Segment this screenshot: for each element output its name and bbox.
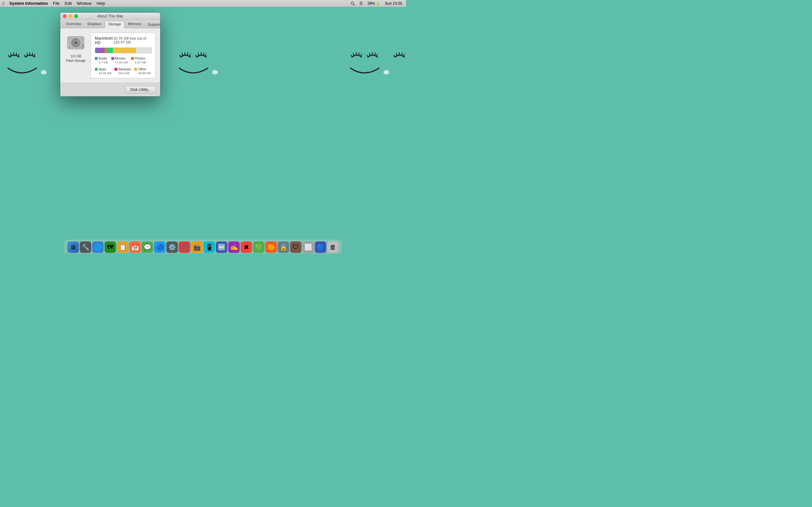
legend-swatch-movies [111,57,114,60]
svg-line-46 [375,53,375,55]
legend-label-audio: Audio [99,56,107,60]
svg-line-38 [351,55,352,57]
dock-icon-15[interactable]: ✖ [241,241,252,253]
svg-point-69 [69,47,70,48]
dock-icon-21[interactable]: 🔵 [315,241,326,253]
svg-point-70 [82,47,83,48]
svg-line-35 [204,53,204,55]
legend-size-backups: Zero KB [114,71,130,75]
dock-icon-17[interactable]: 🟠 [265,241,277,253]
desktop:  System Information File Edit Window He… [0,0,406,253]
legend-swatch-other [134,68,137,71]
legend-item-other: Other49.85 GB [134,67,151,75]
legend-size-apps: 13.39 GB [95,71,111,75]
disk-utility-button[interactable]: Disk Utility... [125,86,156,93]
dock-icon-6[interactable]: 📅 [130,241,141,253]
menu-window[interactable]: Window [74,0,94,7]
dock-icon-14[interactable]: ✍️ [229,241,240,253]
bar-segment-apps [107,48,113,53]
svg-line-41 [359,53,359,55]
tab-storage[interactable]: Storage [105,21,124,28]
bar-segment-free [136,48,151,53]
dock-icon-9[interactable]: ⚙️ [166,241,178,253]
dock-icon-3[interactable]: 🌐 [92,241,104,253]
legend-size-movies: 17.53 GB [111,60,128,64]
svg-line-36 [206,54,206,56]
dock-icon-12[interactable]: 📱 [204,241,215,253]
svg-line-4 [18,54,19,56]
tab-memory[interactable]: Memory [125,21,145,28]
window-titlebar: About This Mac [60,13,160,20]
dock-icon-18[interactable]: 🔒 [278,241,289,253]
dock-icon-11[interactable]: 🎬 [191,241,203,253]
legend-label-movies: Movies [115,56,125,60]
maximize-button[interactable] [74,14,78,18]
dock-icon-16[interactable]: 💚 [253,241,264,253]
datetime: Sun 23:55 [384,1,403,6]
legend-size-audio: 2.7 GB [95,60,108,64]
menu-edit[interactable]: Edit [62,0,74,7]
bar-segment-other [113,48,136,53]
dock-finder[interactable]: 🖥 [67,241,79,253]
svg-line-8 [32,53,33,55]
svg-line-49 [394,55,395,57]
svg-point-48 [384,70,389,74]
dock-icon-10[interactable]: 🎵 [179,241,190,253]
spotlight-icon[interactable] [349,1,356,6]
window-content: 121 GB Flash Storage Macintosh HD 32.78 … [60,28,160,83]
dock-icon-5[interactable]: 📋 [117,241,129,253]
legend-swatch-photos [131,57,134,60]
about-this-mac-window: About This Mac Overview Displays Storage… [60,13,160,96]
dock-icon-19[interactable]: 🛡 [290,241,302,253]
menubar-left:  System Information File Edit Window He… [0,0,107,7]
dock-icon-7[interactable]: 💬 [142,241,153,253]
svg-line-31 [190,54,190,56]
svg-line-27 [180,55,181,57]
close-button[interactable] [63,14,67,18]
svg-line-57 [353,4,355,5]
storage-free-space: 32.78 GB free out of 120.47 GB [113,37,152,44]
tab-support[interactable]: Support [144,21,160,27]
dock-trash[interactable]: 🗑 [327,241,339,253]
drive-label: 121 GB Flash Storage [66,54,86,63]
tab-overview[interactable]: Overview [63,21,84,28]
window-title: About This Mac [97,14,123,18]
dock: 🖥 🔧 🌐 🗺 📋 📅 💬 🔵 ⚙️ 🎵 🎬 📱 🔤 ✍️ ✖ 💚 🟠 🔒 🛡 … [65,240,342,253]
svg-line-3 [16,53,16,55]
dock-icon-2[interactable]: 🔧 [80,241,91,253]
dock-icon-20[interactable]: ⬜ [303,241,314,253]
legend-swatch-backups [114,68,117,71]
storage-area: 121 GB Flash Storage Macintosh HD 32.78 … [65,33,156,78]
legend-label-photos: Photos [135,56,145,60]
notification-icon[interactable]: ☰ [358,1,364,6]
tab-group-left: Overview Displays Storage Memory [63,21,144,28]
svg-point-37 [212,70,218,74]
app-name[interactable]: System Information [7,0,50,7]
menu-file[interactable]: File [50,0,62,7]
tab-group-right: Support Service [144,21,160,27]
legend-item-photos: Photos4.23 GB [131,56,146,64]
apple-menu[interactable]:  [0,0,7,7]
svg-line-53 [404,54,404,56]
svg-line-50 [397,53,397,55]
window-bottom: Disk Utility... [60,83,160,96]
svg-line-28 [182,53,183,55]
svg-point-68 [82,38,83,39]
menubar-right: ☰ 39% 🔋 Sun 23:55 [349,1,406,6]
svg-line-33 [198,53,199,55]
dock-icon-4[interactable]: 🗺 [105,241,116,253]
menubar:  System Information File Edit Window He… [0,0,406,7]
menu-help[interactable]: Help [94,0,107,7]
legend-size-other: 49.85 GB [134,71,151,75]
storage-bar [95,48,152,53]
dock-icon-13[interactable]: 🔤 [216,241,227,253]
storage-legend: Audio2.7 GBMovies17.53 GBPhotos4.23 GBAp… [95,56,152,75]
storage-header: Macintosh HD 32.78 GB free out of 120.47… [95,36,152,45]
svg-point-67 [69,38,70,39]
legend-label-apps: Apps [99,67,106,71]
minimize-button[interactable] [68,14,72,18]
tab-displays[interactable]: Displays [84,21,104,28]
legend-item-movies: Movies17.53 GB [111,56,128,64]
dock-icon-8[interactable]: 🔵 [154,241,165,253]
legend-item-backups: BackupsZero KB [114,67,131,75]
